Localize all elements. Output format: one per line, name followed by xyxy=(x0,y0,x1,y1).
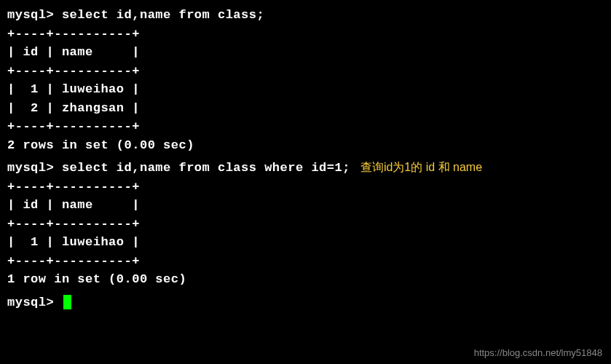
sql-command-1: select id,name from class; xyxy=(62,8,264,22)
mysql-prompt-3: mysql> xyxy=(7,296,54,309)
annotation-text: 查询id为1的 id 和 name xyxy=(360,161,482,173)
table1-border-bottom: +----+----------+ xyxy=(7,117,604,136)
mysql-prompt-2: mysql> xyxy=(7,161,54,175)
query1-status: 2 rows in set (0.00 sec) xyxy=(7,136,604,155)
table2-border-top: +----+----------+ xyxy=(7,178,604,197)
sql-command-2: select id,name from class where id=1; xyxy=(62,161,350,175)
table2-row-1: | 1 | luweihao | xyxy=(7,233,604,252)
table1-border-top: +----+----------+ xyxy=(7,25,604,44)
table1-row-2: | 2 | zhangsan | xyxy=(7,99,604,118)
table1-border-mid: +----+----------+ xyxy=(7,62,604,81)
query2-status: 1 row in set (0.00 sec) xyxy=(7,270,604,289)
table2-border-bottom: +----+----------+ xyxy=(7,252,604,271)
mysql-prompt: mysql> xyxy=(7,8,54,22)
table1-row-1: | 1 | luweihao | xyxy=(7,80,604,99)
query2-command-line: mysql> select id,name from class where i… xyxy=(7,159,604,178)
query1-command-line: mysql> select id,name from class; xyxy=(7,6,604,25)
terminal-cursor xyxy=(63,295,71,309)
table2-border-mid: +----+----------+ xyxy=(7,215,604,234)
watermark: https://blog.csdn.net/lmy51848 xyxy=(474,346,602,360)
prompt-line-active[interactable]: mysql> xyxy=(7,293,604,312)
table1-header: | id | name | xyxy=(7,43,604,62)
table2-header: | id | name | xyxy=(7,196,604,215)
